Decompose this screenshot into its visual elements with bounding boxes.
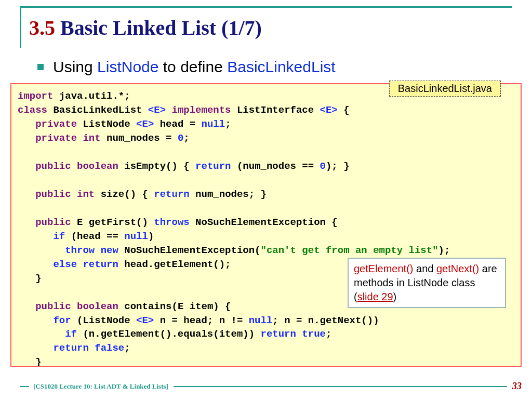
note-box: getElement() and getNext() are methods i…	[348, 258, 506, 308]
footer-rule	[174, 386, 507, 387]
top-rule	[20, 6, 512, 8]
footer-text: [CS1020 Lecture 10: List ADT & Linked Li…	[33, 382, 168, 391]
slide-link[interactable]: slide 29	[357, 291, 393, 302]
title-text: Basic Linked List (1/7)	[60, 16, 262, 39]
slide-title: 3.5 Basic Linked List (1/7)	[29, 16, 262, 40]
note-method-1: getElement()	[354, 263, 414, 274]
file-label: BasicLinkedList.java	[389, 81, 501, 97]
footer: [CS1020 Lecture 10: List ADT & Linked Li…	[0, 381, 532, 392]
page-number: 33	[512, 381, 522, 392]
bullet-text: Using ListNode to define BasicLinkedList	[53, 58, 336, 76]
note-method-2: getNext()	[436, 263, 479, 274]
bullet-icon	[37, 64, 44, 70]
left-rule	[20, 6, 21, 48]
section-number: 3.5	[29, 16, 55, 39]
code-block: import java.util.*; class BasicLinkedLis…	[10, 83, 522, 367]
bullet-row: Using ListNode to define BasicLinkedList	[37, 58, 336, 76]
footer-dash-icon	[20, 386, 29, 387]
